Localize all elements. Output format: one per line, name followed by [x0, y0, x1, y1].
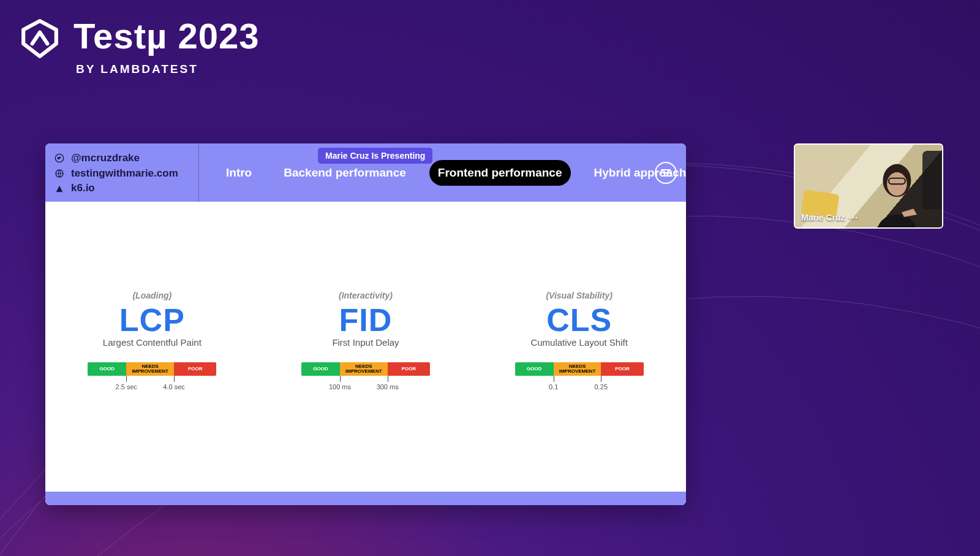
vital-gauge: GOODNEEDSIMPROVEMENTPOOR2.5 sec4.0 sec [88, 362, 216, 392]
vital-category: (Loading) [57, 291, 247, 300]
twitter-icon [54, 153, 65, 164]
gauge-poor: POOR [601, 362, 643, 376]
gauge-needs-improvement: NEEDSIMPROVEMENT [126, 362, 174, 376]
project-link: k6.io [71, 181, 95, 196]
gauge-needs-improvement: NEEDSIMPROVEMENT [554, 362, 601, 376]
event-subtitle: BY LAMBDATEST [76, 63, 260, 76]
slides-body: (Loading)LCPLargest Contentful PaintGOOD… [45, 202, 686, 505]
presenting-badge: Marie Cruz Is Presenting [318, 148, 432, 164]
gauge-break-1: 100 ms [329, 383, 351, 390]
gauge-break-2: 300 ms [377, 383, 399, 390]
vital-lcp: (Loading)LCPLargest Contentful PaintGOOD… [57, 291, 247, 392]
vital-fid: (Interactivity)FIDFirst Input DelayGOODN… [271, 291, 461, 392]
vital-abbr: FID [271, 302, 461, 338]
gauge-break-2: 0.25 [595, 383, 608, 390]
gauge-break-1: 0.1 [549, 383, 558, 390]
tab-frontend-performance[interactable]: Frontend performance [429, 160, 571, 186]
gauge-poor: POOR [174, 362, 216, 376]
vital-gauge: GOODNEEDSIMPROVEMENTPOOR100 ms300 ms [301, 362, 430, 392]
gauge-good: GOOD [88, 362, 126, 376]
slides-nav: IntroBackend performanceFrontend perform… [200, 143, 686, 202]
gauge-break-1: 2.5 sec [116, 383, 137, 390]
gauge-poor: POOR [388, 362, 430, 376]
vital-cls: (Visual Stability)CLSCumulative Layout S… [484, 291, 674, 392]
slides-menu-button[interactable] [655, 162, 677, 184]
globe-icon [54, 168, 65, 179]
webcam-person-silhouette [861, 156, 931, 229]
event-brand: Testµ 2023 BY LAMBDATEST [20, 18, 260, 76]
vital-abbr: LCP [57, 302, 247, 338]
lambdatest-logo-icon [20, 18, 60, 59]
presenter-links: @mcruzdrake testingwithmarie.com k6.io [45, 143, 199, 202]
web-vitals-row: (Loading)LCPLargest Contentful PaintGOOD… [45, 291, 686, 392]
gauge-good: GOOD [515, 362, 554, 376]
tab-intro[interactable]: Intro [217, 160, 260, 186]
vital-category: (Interactivity) [271, 291, 461, 300]
gauge-break-2: 4.0 sec [163, 383, 184, 390]
webcam-thumbnail[interactable]: Marie Cruz ••• [794, 143, 943, 229]
webcam-more-icon[interactable]: ••• [849, 215, 859, 221]
vital-fullname: First Input Delay [271, 337, 461, 348]
vital-fullname: Largest Contentful Paint [57, 337, 247, 348]
website-link: testingwithmarie.com [71, 166, 178, 181]
slides-footer-bar [45, 492, 686, 505]
vital-category: (Visual Stability) [484, 291, 674, 300]
vital-abbr: CLS [484, 302, 674, 338]
event-title: Testµ 2023 [74, 18, 260, 54]
webcam-name: Marie Cruz [801, 213, 845, 223]
k6-icon [54, 183, 65, 194]
vital-fullname: Cumulative Layout Shift [484, 337, 674, 348]
slides-window: Marie Cruz Is Presenting @mcruzdrake tes… [45, 143, 686, 505]
vital-gauge: GOODNEEDSIMPROVEMENTPOOR0.10.25 [515, 362, 644, 392]
webcam-name-label: Marie Cruz ••• [801, 213, 859, 223]
gauge-needs-improvement: NEEDSIMPROVEMENT [340, 362, 388, 376]
gauge-good: GOOD [301, 362, 340, 376]
twitter-handle: @mcruzdrake [71, 151, 140, 166]
